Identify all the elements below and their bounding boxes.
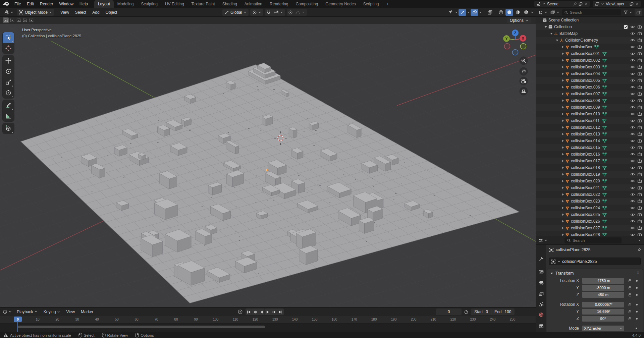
transform-value-field[interactable]: -16.699° xyxy=(582,309,624,315)
hide-in-viewport-icon[interactable] xyxy=(630,31,635,36)
hide-in-viewport-icon[interactable] xyxy=(630,145,635,150)
properties-search-input[interactable] xyxy=(573,238,619,242)
auto-keying-toggle[interactable] xyxy=(237,309,243,315)
expand-icon[interactable] xyxy=(560,139,565,143)
hide-in-viewport-icon[interactable] xyxy=(630,85,635,90)
end-frame-field[interactable]: 100 xyxy=(504,309,511,314)
disable-in-renders-icon[interactable] xyxy=(637,78,642,83)
falloff-selector[interactable] xyxy=(294,9,307,16)
disable-in-renders-icon[interactable] xyxy=(637,125,642,130)
hide-in-viewport-icon[interactable] xyxy=(630,112,635,116)
hide-in-viewport-icon[interactable] xyxy=(630,105,635,110)
timeline-menu-marker[interactable]: Marker xyxy=(78,308,96,316)
expand-icon[interactable] xyxy=(560,65,565,69)
expand-icon[interactable] xyxy=(560,119,565,122)
expand-icon[interactable] xyxy=(560,72,565,75)
hide-in-viewport-icon[interactable] xyxy=(630,172,635,177)
workspace-tab-layout[interactable]: Layout xyxy=(94,0,114,8)
outliner-row-collisionbox-022[interactable]: collisionBox.022 xyxy=(536,191,644,198)
disable-in-renders-icon[interactable] xyxy=(637,92,642,96)
hide-in-viewport-icon[interactable] xyxy=(630,138,635,143)
menu-edit[interactable]: Edit xyxy=(24,2,37,6)
disable-in-renders-icon[interactable] xyxy=(637,192,642,197)
expand-icon[interactable] xyxy=(560,146,565,149)
panel-drag-handle[interactable]: ⠿ xyxy=(637,271,640,275)
outliner-row-collisionbox-020[interactable]: collisionBox.020 xyxy=(536,178,644,184)
outliner-row-collisionbox-026[interactable]: collisionBox.026 xyxy=(536,218,644,225)
animate-dot[interactable] xyxy=(636,294,638,296)
properties-tab-collection[interactable] xyxy=(537,322,546,330)
disable-in-renders-icon[interactable] xyxy=(637,65,642,69)
lock-icon[interactable] xyxy=(628,279,632,283)
disable-in-renders-icon[interactable] xyxy=(637,226,642,230)
outliner-row-collisionbox-018[interactable]: collisionBox.018 xyxy=(536,164,644,171)
timeline-menu-playback[interactable]: Playback xyxy=(14,308,41,316)
collection-checkbox[interactable] xyxy=(624,25,628,29)
expand-icon[interactable] xyxy=(560,99,565,102)
timeline-menu-view[interactable]: View xyxy=(63,308,78,316)
disable-in-renders-icon[interactable] xyxy=(637,132,642,136)
expand-icon[interactable] xyxy=(560,200,565,203)
hide-in-viewport-icon[interactable] xyxy=(630,179,635,183)
viewport-menu-view[interactable]: View xyxy=(57,8,72,16)
outliner-row-collisionbox-004[interactable]: collisionBox.004 xyxy=(536,70,644,77)
disable-in-renders-icon[interactable] xyxy=(637,71,642,76)
disable-in-renders-icon[interactable] xyxy=(637,145,642,150)
shading-rendered-button[interactable] xyxy=(522,9,530,16)
hide-in-viewport-icon[interactable] xyxy=(630,78,635,83)
properties-tab-scene[interactable] xyxy=(537,300,546,308)
properties-tab-tool[interactable] xyxy=(537,255,546,263)
disable-in-renders-icon[interactable] xyxy=(637,138,642,143)
overlays-toggle[interactable] xyxy=(471,9,478,16)
disable-in-renders-icon[interactable] xyxy=(637,85,642,90)
expand-icon[interactable] xyxy=(560,52,565,55)
outliner-row-collisionbox-021[interactable]: collisionBox.021 xyxy=(536,184,644,191)
disable-in-renders-icon[interactable] xyxy=(637,172,642,177)
jump-to-start-button[interactable] xyxy=(246,308,252,315)
disable-in-renders-icon[interactable] xyxy=(637,31,642,36)
play-button[interactable] xyxy=(265,308,271,315)
mode-selector[interactable]: Object Mode xyxy=(17,9,54,16)
outliner-row-collisionbox-012[interactable]: collisionBox.012 xyxy=(536,124,644,131)
expand-icon[interactable] xyxy=(560,153,565,156)
hide-in-viewport-icon[interactable] xyxy=(630,38,635,43)
workspace-tab-shading[interactable]: Shading xyxy=(219,0,241,8)
duplicate-icon[interactable] xyxy=(630,2,634,6)
collapse-icon[interactable] xyxy=(554,39,559,42)
expand-icon[interactable] xyxy=(560,112,565,116)
hide-in-viewport-icon[interactable] xyxy=(630,219,635,224)
outliner-row-collisionbox-024[interactable]: collisionBox.024 xyxy=(536,205,644,211)
hide-in-viewport-icon[interactable] xyxy=(630,92,635,96)
hide-in-viewport-icon[interactable] xyxy=(630,206,635,210)
expand-icon[interactable] xyxy=(560,126,565,129)
hide-in-viewport-icon[interactable] xyxy=(630,45,635,49)
lock-icon[interactable] xyxy=(628,286,632,290)
disable-in-renders-icon[interactable] xyxy=(637,38,642,43)
timeline-editor-type-button[interactable] xyxy=(2,308,12,315)
expand-icon[interactable] xyxy=(560,92,565,96)
hide-in-viewport-icon[interactable] xyxy=(630,51,635,56)
tool-annotate[interactable] xyxy=(3,100,14,111)
workspace-tab-animation[interactable]: Animation xyxy=(241,0,266,8)
select-mode-subtract[interactable] xyxy=(15,17,21,23)
outliner-editor-type-button[interactable] xyxy=(538,9,548,16)
timeline-menu-keying[interactable]: Keying xyxy=(41,308,63,316)
outliner-row-collisionbox-002[interactable]: collisionBox.002 xyxy=(536,57,644,64)
start-frame-field[interactable]: 0 xyxy=(486,309,488,314)
timeline-ruler[interactable]: 0102030405060708090100110120130140150160… xyxy=(0,316,536,324)
menu-render[interactable]: Render xyxy=(37,2,56,6)
menu-help[interactable]: Help xyxy=(76,2,91,6)
tool-transform[interactable] xyxy=(3,88,14,98)
animate-dot[interactable] xyxy=(636,280,638,282)
new-collection-button[interactable] xyxy=(635,9,642,16)
disable-in-renders-icon[interactable] xyxy=(637,232,642,236)
animate-dot[interactable] xyxy=(636,318,638,320)
outliner-row-battlemap[interactable]: BattleMap xyxy=(536,30,644,37)
properties-tab-world[interactable] xyxy=(537,311,546,319)
editor-type-button[interactable] xyxy=(2,9,15,16)
select-mode-invert[interactable] xyxy=(22,17,28,23)
workspace-tab-geometry-nodes[interactable]: Geometry Nodes xyxy=(322,0,360,8)
disable-in-renders-icon[interactable] xyxy=(637,199,642,204)
workspace-tab-uv-editing[interactable]: UV Editing xyxy=(161,0,188,8)
disable-in-renders-icon[interactable] xyxy=(637,185,642,190)
